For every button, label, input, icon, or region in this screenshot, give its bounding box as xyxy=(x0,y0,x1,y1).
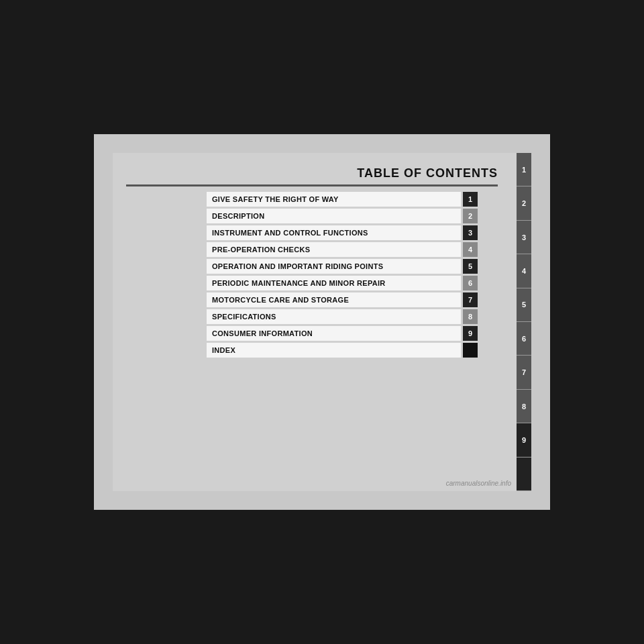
toc-num-6: 6 xyxy=(463,276,478,290)
toc-entry-9[interactable]: CONSUMER INFORMATION xyxy=(207,326,461,341)
inner-page: TABLE OF CONTENTS GIVE SAFETY THE RIGHT … xyxy=(113,153,531,491)
tab-5[interactable]: 5 xyxy=(517,288,531,322)
tab-1[interactable]: 1 xyxy=(517,153,531,186)
table-row[interactable]: DESCRIPTION 2 xyxy=(207,209,478,223)
page-title: TABLE OF CONTENTS xyxy=(357,166,498,180)
tab-7[interactable]: 7 xyxy=(517,356,531,389)
table-row[interactable]: GIVE SAFETY THE RIGHT OF WAY 1 xyxy=(207,192,478,207)
right-tab-bar: 1 2 3 4 5 6 7 8 9 xyxy=(517,153,531,491)
toc-entry-1[interactable]: GIVE SAFETY THE RIGHT OF WAY xyxy=(207,192,461,207)
toc-num-3: 3 xyxy=(463,225,478,240)
toc-entry-6[interactable]: PERIODIC MAINTENANCE AND MINOR REPAIR xyxy=(207,276,461,290)
toc-num-8: 8 xyxy=(463,309,478,324)
toc-index-row[interactable]: INDEX xyxy=(207,343,478,358)
toc-entry-8[interactable]: SPECIFICATIONS xyxy=(207,309,461,324)
table-row[interactable]: CONSUMER INFORMATION 9 xyxy=(207,326,478,341)
table-row[interactable]: INSTRUMENT AND CONTROL FUNCTIONS 3 xyxy=(207,225,478,240)
tab-8[interactable]: 8 xyxy=(517,390,531,423)
tab-2[interactable]: 2 xyxy=(517,186,531,220)
tab-3[interactable]: 3 xyxy=(517,221,531,254)
toc-num-1: 1 xyxy=(463,192,478,207)
toc-entry-5[interactable]: OPERATION AND IMPORTANT RIDING POINTS xyxy=(207,259,461,274)
toc-entry-4[interactable]: PRE-OPERATION CHECKS xyxy=(207,242,461,257)
toc-entry-2[interactable]: DESCRIPTION xyxy=(207,209,461,223)
toc-entry-7[interactable]: MOTORCYCLE CARE AND STORAGE xyxy=(207,292,461,307)
toc-num-7: 7 xyxy=(463,292,478,307)
watermark: carmanualsonline.info xyxy=(446,480,511,487)
table-row[interactable]: MOTORCYCLE CARE AND STORAGE 7 xyxy=(207,292,478,307)
table-row[interactable]: OPERATION AND IMPORTANT RIDING POINTS 5 xyxy=(207,259,478,274)
tab-index[interactable] xyxy=(517,458,531,491)
toc-num-9: 9 xyxy=(463,326,478,341)
table-row[interactable]: PRE-OPERATION CHECKS 4 xyxy=(207,242,478,257)
toc-num-4: 4 xyxy=(463,242,478,257)
toc-container: GIVE SAFETY THE RIGHT OF WAY 1 DESCRIPTI… xyxy=(207,192,478,358)
page-container: TABLE OF CONTENTS GIVE SAFETY THE RIGHT … xyxy=(94,134,550,510)
tab-9[interactable]: 9 xyxy=(517,423,531,457)
tab-6[interactable]: 6 xyxy=(517,322,531,356)
toc-num-5: 5 xyxy=(463,259,478,274)
header-section: TABLE OF CONTENTS xyxy=(126,166,498,186)
toc-index-entry[interactable]: INDEX xyxy=(207,343,461,358)
toc-index-num xyxy=(463,343,478,358)
tab-4[interactable]: 4 xyxy=(517,254,531,288)
table-row[interactable]: PERIODIC MAINTENANCE AND MINOR REPAIR 6 xyxy=(207,276,478,290)
table-row[interactable]: SPECIFICATIONS 8 xyxy=(207,309,478,324)
toc-num-2: 2 xyxy=(463,209,478,223)
toc-entry-3[interactable]: INSTRUMENT AND CONTROL FUNCTIONS xyxy=(207,225,461,240)
